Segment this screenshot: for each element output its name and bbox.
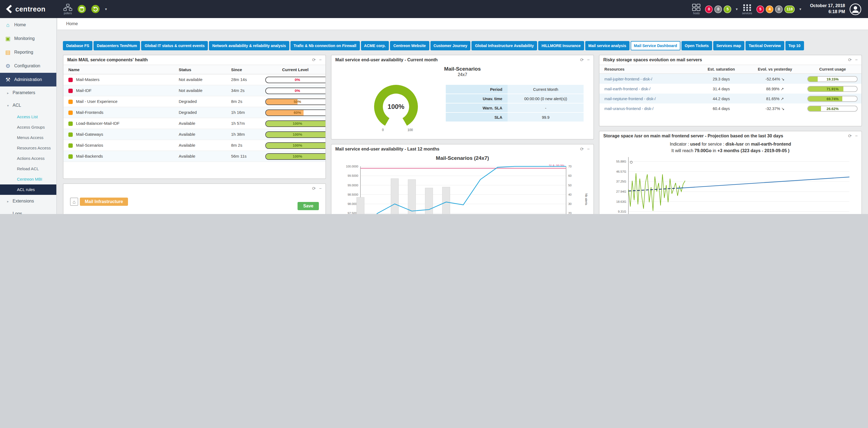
tab-global-it-status-current-events[interactable]: Global IT status & current events xyxy=(142,41,208,50)
svg-text:50: 50 xyxy=(568,183,571,187)
sidebar-item-parameters[interactable]: ▸Parameters xyxy=(0,86,56,99)
widget-refresh-icon[interactable]: ⟳ xyxy=(848,134,851,139)
save-button[interactable]: Save xyxy=(298,202,319,210)
sidebar-item-acl-rules[interactable]: ACL rules xyxy=(0,184,56,195)
table-row[interactable]: Mail - User ExperienceDegraded8m 2s50% xyxy=(63,96,326,107)
sidebar-item-access-groups[interactable]: Access Groups xyxy=(0,122,56,133)
widget-refresh-icon[interactable]: ⟳ xyxy=(312,57,316,62)
tab-global-infrastructure-availability[interactable]: Global Infrastructure Availability xyxy=(472,41,537,50)
tab-top-10[interactable]: Top 10 xyxy=(785,41,804,50)
widget-collapse-icon[interactable]: − xyxy=(587,57,590,62)
sidebar-item-label: Administration xyxy=(14,77,42,82)
chevron-down-icon[interactable]: ▾ xyxy=(105,7,107,11)
widget-refresh-icon[interactable]: ⟳ xyxy=(848,57,851,62)
tab-datacenters-tem-hum[interactable]: Datacenters Tem/Hum xyxy=(94,41,140,50)
service-name: Mail-Scenarios xyxy=(76,143,103,148)
tab-services-map[interactable]: Services map xyxy=(713,41,744,50)
table-row[interactable]: mail-jupiter-frontend - disk-/29.3 days-… xyxy=(599,74,862,84)
table-row[interactable]: Mail-MastersNot available28m 14s0% xyxy=(63,75,326,85)
availability-combo-chart: 96.500097.000097.500098.000098.500099.00… xyxy=(337,161,588,214)
widget-refresh-icon[interactable]: ⟳ xyxy=(580,57,584,62)
sidebar-item-administration[interactable]: ⚒Administration xyxy=(0,73,56,86)
svg-text:55.88G: 55.88G xyxy=(616,160,626,163)
service-name: Mail-Backends xyxy=(76,154,103,159)
evolution-value: 88.99% ↗ xyxy=(746,86,804,91)
tab-network-availability-reliability-analysis[interactable]: Network availability & reliability analy… xyxy=(209,41,289,50)
breadcrumb[interactable]: Home xyxy=(66,21,78,26)
chevron-down-icon[interactable]: ▾ xyxy=(799,7,801,11)
table-row[interactable]: mail-uranus-frontend - disk-/60.4 days-3… xyxy=(599,104,862,113)
latency-status[interactable] xyxy=(91,5,99,13)
col-evolution: Evol. vs yesterday xyxy=(746,67,804,72)
sidebar-item-menus-access[interactable]: Menus Access xyxy=(0,133,56,143)
tab-trafic-nb-connection-on-firewall[interactable]: Trafic & Nb connection on Firewall xyxy=(290,41,360,50)
chevron-down-icon[interactable]: ▾ xyxy=(736,7,738,11)
table-row: Unav. time00:00:00 (0 new alert(s)) xyxy=(446,94,584,103)
sidebar-item-acl[interactable]: ▾ACL xyxy=(0,99,56,112)
services-icon xyxy=(743,4,751,11)
tab-database-fs[interactable]: Database FS xyxy=(63,41,92,50)
column-2: Mail service end-user availability - Cur… xyxy=(331,55,594,214)
tab-mail-service-analysis[interactable]: Mail service analysis xyxy=(585,41,629,50)
database-status[interactable] xyxy=(78,5,86,13)
hosts-badges: 005 xyxy=(705,5,732,13)
status-badge[interactable]: 0 xyxy=(775,5,783,13)
service-since: 8m 2s xyxy=(231,99,265,104)
table-row[interactable]: Mail-ScenariosAvailable8m 2s100% xyxy=(63,140,326,151)
table-row[interactable]: Load-Balancer-Mail-IDFAvailable1h 57m100… xyxy=(63,118,326,129)
status-badge[interactable]: 118 xyxy=(784,5,795,13)
sidebar-item-resources-access[interactable]: Resources Access xyxy=(0,143,56,153)
level-bar: 100% xyxy=(265,120,326,127)
status-badge[interactable]: 5 xyxy=(756,5,764,13)
svg-text:46.57G: 46.57G xyxy=(616,170,626,173)
tab-tactical-overview[interactable]: Tactical Overview xyxy=(745,41,784,50)
sidebar-item-label: Reload ACL xyxy=(17,166,39,171)
sidebar-item-label: Reporting xyxy=(14,50,33,55)
widget-health: Main MAIL service components' health ⟳− … xyxy=(63,55,326,179)
widget-collapse-icon[interactable]: − xyxy=(855,57,858,62)
sidebar-item-access-list[interactable]: Access List xyxy=(0,112,56,122)
tab-customer-journey[interactable]: Customer Journey xyxy=(430,41,471,50)
sidebar-item-home[interactable]: ⌂Home xyxy=(0,18,56,32)
svg-text:99.0000: 99.0000 xyxy=(347,183,358,187)
table-row[interactable]: Mail-IDFNot available34m 2s0% xyxy=(63,85,326,96)
widget-refresh-icon[interactable]: ⟳ xyxy=(580,147,584,152)
tab-mail-service-dashboard[interactable]: Mail Service Dashboard xyxy=(631,41,680,50)
centreon-logo[interactable]: centreon xyxy=(0,4,57,14)
infrastructure-button[interactable]: ⌂ Mail Infrastructure xyxy=(70,198,128,206)
status-badge[interactable]: 4 xyxy=(766,5,773,13)
widget-collapse-icon[interactable]: − xyxy=(319,186,321,191)
status-square-icon xyxy=(68,78,73,82)
sidebar-item-configuration[interactable]: ⚙Configuration xyxy=(0,59,56,73)
widget-refresh-icon[interactable]: ⟳ xyxy=(312,186,316,191)
tab-hillmore-insurance[interactable]: HILLMORE Insurance xyxy=(538,41,584,50)
table-row[interactable]: Mail-FrontendsDegraded1h 16m60% xyxy=(63,107,326,118)
table-row[interactable]: Mail-BackendsAvailable56m 11s100% xyxy=(63,151,326,162)
user-avatar[interactable] xyxy=(849,3,862,15)
sidebar-item-monitoring[interactable]: ▣Monitoring xyxy=(0,32,56,46)
hosts-menu[interactable]: hosts xyxy=(692,4,701,15)
sidebar-item-reporting[interactable]: ▤Reporting xyxy=(0,46,56,59)
table-row[interactable]: mail-neptune-frontend - disk-/44.2 days8… xyxy=(599,93,862,104)
tab-open-tickets[interactable]: Open Tickets xyxy=(681,41,712,50)
sidebar-item-actions-access[interactable]: Actions Access xyxy=(0,153,56,164)
widget-collapse-icon[interactable]: − xyxy=(587,147,590,152)
col-since: Since xyxy=(231,67,265,72)
table-row[interactable]: mail-earth-frontend - disk-/31.4 days88.… xyxy=(599,84,862,93)
widget-collapse-icon[interactable]: − xyxy=(855,134,858,139)
table-row[interactable]: Mail-GatewaysAvailable1h 38m100% xyxy=(63,129,326,140)
sidebar-item-reload-acl[interactable]: Reload ACL xyxy=(0,164,56,174)
sidebar-item-centreon-mbi[interactable]: Centreon MBI xyxy=(0,174,56,184)
status-badge[interactable]: 5 xyxy=(724,5,732,13)
pollers-menu[interactable]: pollers xyxy=(63,4,72,15)
status-badge[interactable]: 0 xyxy=(715,5,722,13)
sidebar-item-logs[interactable]: Logs xyxy=(0,207,56,214)
sidebar-item-extensions[interactable]: ▸Extensions xyxy=(0,195,56,207)
services-menu[interactable]: services xyxy=(742,4,752,15)
table-header: Resources Est. saturation Evol. vs yeste… xyxy=(599,64,862,74)
tab-acme-corp[interactable]: ACME corp. xyxy=(361,41,389,50)
status-badge[interactable]: 0 xyxy=(705,5,713,13)
widget-collapse-icon[interactable]: − xyxy=(319,57,321,62)
status-square-icon xyxy=(68,88,73,93)
tab-centreon-website[interactable]: Centreon Website xyxy=(390,41,429,50)
